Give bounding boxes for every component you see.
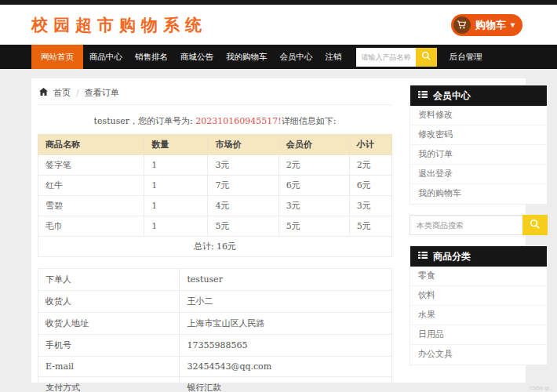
detail-label: 手机号 [38, 335, 180, 357]
nav-item-announcements[interactable]: 商城公告 [174, 45, 220, 69]
nav-item-products[interactable]: 商品中心 [83, 45, 129, 69]
sidebar-item-my-cart[interactable]: 我的购物车 [410, 184, 547, 204]
order-details-table: 下单人 testuser 收货人 王小二 收货人地址 上海市宝山区人民路 手机号… [38, 268, 392, 392]
col-market-price: 市场价 [208, 135, 278, 155]
category-search-input[interactable] [410, 215, 522, 235]
cell-subtotal: 2元 [349, 155, 391, 176]
detail-row: 收货人 王小二 [38, 291, 392, 313]
col-quantity: 数量 [144, 135, 208, 155]
category-header: 商品分类 [410, 246, 547, 267]
list-icon [418, 90, 428, 101]
category-title: 商品分类 [433, 250, 471, 263]
page-body: 首页 / 查看订单 testuser，您的订单号为: 2023101609455… [0, 69, 557, 383]
search-icon [421, 51, 431, 64]
list-icon [418, 251, 428, 262]
product-search-input[interactable] [356, 48, 416, 67]
site-logo[interactable]: 校园超市购物系统 [31, 14, 207, 36]
member-center-header: 会员中心 [410, 85, 547, 106]
order-total: 总计: 16元 [38, 237, 392, 257]
cell-market: 3元 [208, 155, 278, 176]
cart-button-label: 购物车 [475, 18, 506, 32]
col-product-name: 商品名称 [38, 135, 144, 155]
nav-item-member-center[interactable]: 会员中心 [274, 45, 319, 69]
detail-value: 上海市宝山区人民路 [180, 313, 392, 335]
main-nav: 网站首页 商品中心 销售排名 商城公告 我的购物车 会员中心 注销 后台管理 [0, 45, 557, 69]
nav-item-sales-rank[interactable]: 销售排名 [129, 45, 174, 69]
detail-value: 32454543@qq.com [180, 357, 392, 377]
cell-member: 3元 [278, 196, 349, 216]
cart-button[interactable]: 购物车 ▾ [451, 14, 522, 36]
home-icon [39, 88, 48, 98]
col-member-price: 会员价 [278, 135, 349, 155]
table-row: 签字笔 1 3元 2元 2元 [38, 155, 392, 176]
detail-value: testuser [180, 269, 392, 291]
cell-qty: 1 [144, 176, 208, 196]
product-search-button[interactable] [416, 48, 437, 67]
cell-name: 红牛 [38, 176, 144, 196]
cell-market: 4元 [208, 196, 278, 216]
cell-qty: 1 [144, 196, 208, 216]
nav-search [356, 48, 437, 67]
cell-qty: 1 [144, 216, 208, 237]
sidebar-item-my-orders[interactable]: 我的订单 [410, 145, 547, 165]
detail-row: 收货人地址 上海市宝山区人民路 [38, 313, 392, 335]
detail-row: 支付方式 银行汇款 [38, 377, 392, 392]
table-row: 毛巾 1 5元 5元 5元 [38, 216, 392, 237]
table-row: 雪碧 1 4元 3元 3元 [38, 196, 392, 216]
category-item-fruit[interactable]: 水果 [410, 306, 547, 325]
detail-label: 收货人地址 [38, 313, 180, 335]
detail-row: 手机号 17355988565 [38, 335, 392, 357]
sidebar: 会员中心 资料修改 修改密码 我的订单 退出登录 我的购物车 [410, 85, 548, 383]
detail-value: 17355988565 [180, 335, 392, 357]
cell-market: 5元 [208, 216, 278, 237]
detail-label: 收货人 [38, 291, 180, 313]
breadcrumb-separator: / [76, 88, 79, 98]
nav-item-logout[interactable]: 注销 [319, 45, 348, 69]
member-center-box: 会员中心 资料修改 修改密码 我的订单 退出登录 我的购物车 [410, 85, 548, 205]
category-search-button[interactable] [522, 215, 548, 235]
cell-market: 7元 [208, 176, 278, 196]
breadcrumb-current[interactable]: 查看订单 [85, 87, 119, 99]
cell-name: 签字笔 [38, 155, 144, 176]
sidebar-item-logout[interactable]: 退出登录 [410, 165, 547, 184]
cell-qty: 1 [144, 155, 208, 176]
nav-item-home[interactable]: 网站首页 [31, 45, 83, 69]
total-row: 总计: 16元 [38, 237, 392, 257]
sidebar-item-change-password[interactable]: 修改密码 [410, 125, 547, 145]
cell-member: 5元 [278, 216, 349, 237]
detail-label: E-mail [38, 357, 180, 377]
cell-name: 毛巾 [38, 216, 144, 237]
detail-value: 银行汇款 [180, 377, 392, 392]
detail-label: 支付方式 [38, 377, 180, 392]
cell-subtotal: 6元 [349, 176, 391, 196]
nav-item-admin[interactable]: 后台管理 [443, 45, 489, 69]
csdn-watermark: CSDN @... [530, 386, 553, 390]
detail-row: 下单人 testuser [38, 269, 392, 291]
nav-item-my-cart[interactable]: 我的购物车 [220, 45, 274, 69]
cell-subtotal: 5元 [349, 216, 391, 237]
detail-value: 王小二 [180, 291, 392, 313]
site-header: 校园超市购物系统 购物车 ▾ [0, 5, 557, 45]
cell-subtotal: 3元 [349, 196, 391, 216]
category-item-drinks[interactable]: 饮料 [410, 286, 547, 306]
member-center-title: 会员中心 [433, 89, 471, 103]
category-box: 商品分类 零食 饮料 水果 日用品 办公文具 [410, 245, 548, 365]
category-search [410, 215, 548, 235]
breadcrumb-home[interactable]: 首页 [53, 87, 71, 99]
category-item-stationery[interactable]: 办公文具 [410, 345, 547, 365]
order-column: 首页 / 查看订单 testuser，您的订单号为: 2023101609455… [38, 85, 392, 383]
detail-label: 下单人 [38, 269, 180, 291]
cell-name: 雪碧 [38, 196, 144, 216]
table-header-row: 商品名称 数量 市场价 会员价 小计 [38, 135, 392, 155]
order-number: 202310160945517! [195, 116, 281, 126]
search-icon [530, 219, 541, 232]
order-items-table: 商品名称 数量 市场价 会员价 小计 签字笔 1 3元 2元 2元 红牛 1 7… [38, 134, 392, 257]
detail-row: E-mail 32454543@qq.com [38, 357, 392, 377]
table-row: 红牛 1 7元 6元 6元 [38, 176, 392, 196]
cell-member: 2元 [278, 155, 349, 176]
content-container: 首页 / 查看订单 testuser，您的订单号为: 2023101609455… [31, 78, 526, 383]
category-item-snacks[interactable]: 零食 [410, 267, 547, 286]
sidebar-item-edit-profile[interactable]: 资料修改 [410, 106, 547, 125]
col-subtotal: 小计 [349, 135, 391, 155]
category-item-daily[interactable]: 日用品 [410, 325, 547, 345]
